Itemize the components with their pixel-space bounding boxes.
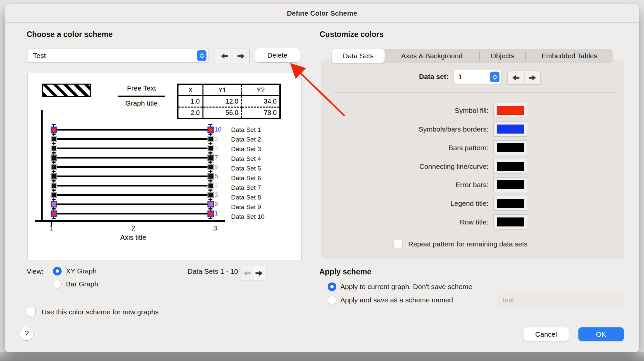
tab-data-sets[interactable]: Data Sets	[332, 49, 385, 63]
data-set-pager	[507, 71, 541, 85]
table-header-cell: Y2	[242, 84, 280, 96]
view-label: View:	[27, 267, 44, 275]
connecting-line	[54, 203, 210, 205]
data-point-symbol	[51, 173, 57, 180]
axis-title-label: Axis title	[100, 233, 166, 241]
tab-strip: Data SetsAxes & BackgroundObjectsEmbedde…	[332, 49, 613, 63]
connecting-line	[54, 213, 210, 214]
panel-separator	[333, 92, 616, 93]
error-bar-cap	[208, 143, 212, 144]
x-tick-label: 3	[213, 224, 217, 232]
series-number-label: 3	[214, 191, 218, 198]
legend-item-label: Data Set 8	[231, 194, 261, 201]
color-swatch-button[interactable]	[493, 196, 527, 211]
data-point-symbol	[207, 136, 214, 142]
data-set-next-button[interactable]	[524, 71, 541, 84]
series-number-label: 1	[214, 210, 218, 217]
data-point-symbol	[207, 155, 214, 161]
error-bar-cap	[52, 152, 56, 153]
color-swatch-button[interactable]	[493, 177, 527, 192]
data-point-symbol	[51, 192, 57, 198]
tab-embedded-tables[interactable]: Embedded Tables	[526, 49, 613, 63]
data-point-symbol	[207, 201, 214, 207]
datasets-prev-button[interactable]	[241, 266, 253, 280]
error-bar-cap	[52, 162, 56, 163]
error-bar-cap	[208, 180, 212, 181]
color-swatch-button[interactable]	[493, 159, 527, 174]
series-number-label: 4	[214, 182, 218, 189]
embedded-table-preview: XY1Y21.012.034.02.056.078.0	[177, 84, 281, 119]
repeat-pattern-checkbox[interactable]	[394, 239, 403, 248]
legend-item-label: Data Set 7	[231, 184, 261, 191]
use-for-new-graphs-checkbox[interactable]	[27, 307, 36, 316]
data-set-select[interactable]: 1	[454, 70, 501, 84]
color-swatch-button[interactable]	[493, 140, 527, 155]
error-bar-cap	[208, 134, 212, 135]
series-number-label: 2	[214, 200, 218, 208]
stepper-icon	[490, 72, 499, 82]
delete-button[interactable]: Delete	[255, 48, 300, 62]
help-button[interactable]: ?	[20, 327, 33, 340]
legend-item-label: Data Set 5	[231, 165, 261, 172]
table-cell: 34.0	[242, 96, 280, 107]
error-bar-cap	[52, 134, 56, 135]
color-chip	[497, 217, 524, 226]
data-set-prev-button[interactable]	[508, 71, 524, 84]
series-number-label: 10	[214, 126, 221, 133]
table-header-cell: Y1	[203, 84, 242, 96]
stepper-icon	[197, 50, 206, 61]
data-point-symbol	[207, 210, 214, 217]
radio-label: XY Graph	[66, 267, 97, 275]
data-point-symbol	[207, 127, 214, 133]
data-point-symbol	[51, 210, 57, 217]
x-tick-label: 1	[50, 224, 54, 232]
radio-selected[interactable]	[328, 282, 336, 291]
scheme-prev-button[interactable]	[216, 49, 233, 63]
error-bar-cap	[208, 208, 212, 209]
hatch-pattern-swatch	[42, 84, 91, 97]
data-set-label: Data set:	[378, 70, 449, 83]
datasets-next-button[interactable]	[253, 266, 265, 280]
customize-colors-heading: Customize colors	[320, 30, 384, 39]
repeat-pattern-label: Repeat pattern for remaining data sets	[408, 240, 527, 248]
tab-objects[interactable]: Objects	[480, 49, 525, 63]
cancel-button[interactable]: Cancel	[523, 327, 569, 341]
color-chip	[497, 162, 524, 171]
table-cell: 12.0	[203, 96, 242, 107]
color-swatch-button[interactable]	[493, 122, 527, 137]
scheme-name-input[interactable]: Test	[497, 294, 624, 306]
series-number-label: 6	[214, 163, 218, 171]
data-point-symbol	[51, 182, 57, 189]
color-swatch-button[interactable]	[493, 103, 527, 118]
scheme-select-value: Test	[28, 52, 197, 60]
connecting-line	[54, 157, 210, 159]
data-point-symbol	[207, 192, 214, 198]
series-number-label: 7	[214, 154, 218, 161]
radio-label: Apply to current graph. Don't save schem…	[340, 283, 472, 291]
error-bar-cap	[52, 124, 56, 125]
legend-item-label: Data Set 4	[231, 155, 261, 163]
radio-selected[interactable]	[53, 267, 62, 275]
radio-label: Bar Graph	[66, 280, 98, 288]
x-axis	[35, 220, 225, 222]
color-chip	[497, 199, 524, 208]
series-number-label: 9	[214, 135, 218, 143]
series-number-label: 5	[214, 173, 218, 180]
data-point-symbol	[207, 164, 214, 170]
error-bar-cap	[208, 218, 212, 219]
data-set-value: 1	[454, 73, 490, 81]
tab-axes-background[interactable]: Axes & Background	[385, 49, 479, 63]
text-divider-bar	[118, 96, 165, 97]
error-bar-cap	[208, 152, 212, 153]
ok-button[interactable]: OK	[578, 327, 624, 341]
legend-item-label: Data Set 3	[231, 146, 261, 153]
legend-item-label: Data Set 1	[231, 126, 261, 134]
scheme-next-button[interactable]	[233, 49, 250, 63]
connecting-line	[54, 129, 210, 131]
scheme-select[interactable]: Test	[28, 49, 208, 63]
radio-unselected[interactable]	[328, 296, 336, 304]
color-swatch-button[interactable]	[493, 214, 527, 229]
data-point-symbol	[51, 136, 57, 142]
y-axis	[41, 110, 43, 222]
radio-unselected[interactable]	[53, 280, 62, 288]
